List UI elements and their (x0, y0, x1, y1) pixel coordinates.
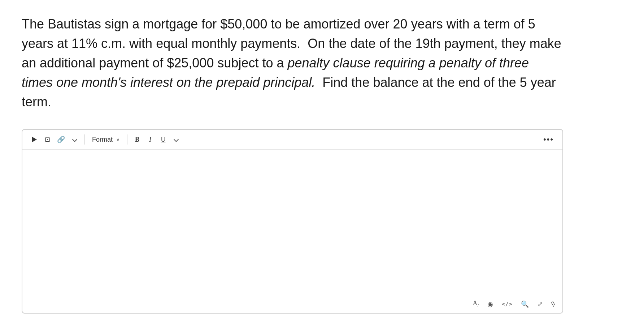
search-button[interactable]: 🔍 (519, 299, 530, 310)
problem-text: The Bautistas sign a mortgage for $50,00… (22, 14, 563, 112)
camera-icon: ⊡ (45, 136, 50, 143)
link-icon: 🔗 (57, 136, 65, 143)
play-button[interactable] (28, 133, 40, 146)
toolbar-divider-1 (84, 134, 85, 145)
italic-icon: I (149, 136, 151, 143)
search-icon: 🔍 (521, 300, 529, 308)
link-button[interactable]: 🔗 (54, 133, 68, 146)
more-button[interactable]: ••• (540, 133, 557, 146)
edit-button[interactable]: // (550, 299, 557, 309)
text-style-icon: A/ (473, 300, 479, 309)
editor-textarea[interactable] (22, 150, 562, 295)
eye-icon: ◉ (487, 300, 493, 308)
underline-icon: U (161, 136, 166, 143)
camera-button[interactable]: ⊡ (41, 133, 53, 146)
format-label: Format (92, 136, 113, 143)
play-icon (32, 137, 37, 142)
underline-button[interactable]: U (157, 133, 169, 146)
code-icon: </> (502, 301, 512, 307)
editor-container: ⊡ 🔗 Format ∨ B I U (22, 129, 563, 314)
group1-chevron-button[interactable] (69, 133, 81, 146)
chevron-down-icon-2 (174, 136, 178, 143)
italic-button[interactable]: I (144, 133, 156, 146)
editor-body[interactable] (22, 150, 562, 295)
preview-button[interactable]: ◉ (486, 299, 495, 310)
format-dropdown-button[interactable]: Format ∨ (88, 133, 123, 146)
more-icon: ••• (543, 135, 554, 144)
chevron-down-icon (73, 136, 77, 143)
toolbar-divider-2 (127, 134, 127, 145)
expand-button[interactable]: ⤢ (536, 299, 544, 310)
format-chevron-button[interactable] (170, 133, 182, 146)
edit-icon: // (549, 300, 557, 308)
bold-icon: B (135, 136, 139, 143)
text-style-button[interactable]: A/ (471, 298, 480, 310)
bold-button[interactable]: B (131, 133, 143, 146)
bottom-toolbar: A/ ◉ </> 🔍 ⤢ // (22, 295, 562, 313)
format-chevron-icon: ∨ (116, 137, 120, 142)
code-button[interactable]: </> (500, 299, 514, 309)
toolbar: ⊡ 🔗 Format ∨ B I U (22, 130, 562, 150)
expand-icon: ⤢ (538, 300, 543, 308)
